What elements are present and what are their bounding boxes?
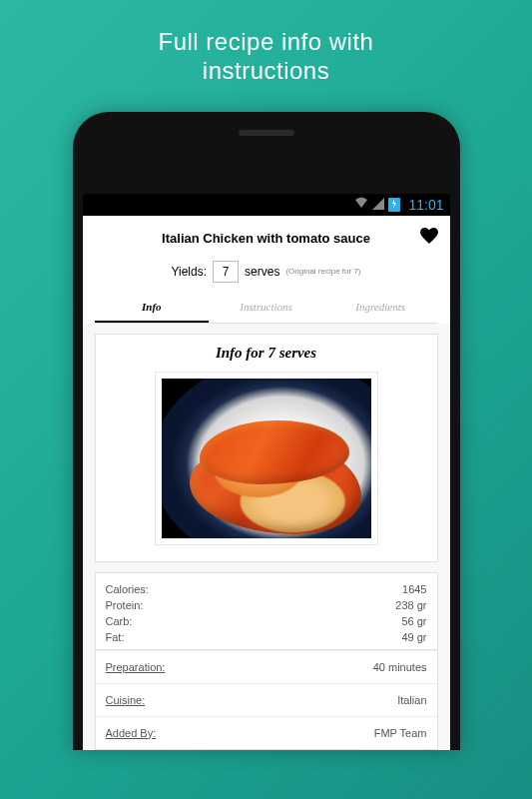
yields-note: (Original recipe for 7) bbox=[285, 267, 360, 276]
tab-instructions[interactable]: Instructions bbox=[209, 293, 323, 323]
nutrition-row-fat: Fat: 49 gr bbox=[106, 629, 427, 645]
yields-input[interactable] bbox=[213, 261, 239, 283]
preparation-value: 40 minutes bbox=[373, 661, 427, 673]
nutrition-row-protein: Protein: 238 gr bbox=[106, 597, 427, 613]
yields-suffix: serves bbox=[245, 265, 279, 279]
carb-label: Carb: bbox=[106, 615, 133, 627]
preparation-label: Preparation: bbox=[106, 661, 166, 673]
fat-value: 49 gr bbox=[401, 631, 426, 643]
info-heading: Info for 7 serves bbox=[106, 345, 427, 362]
info-card: Info for 7 serves bbox=[95, 334, 438, 562]
protein-label: Protein: bbox=[106, 599, 144, 611]
phone-earpiece bbox=[239, 130, 294, 136]
battery-icon bbox=[388, 198, 400, 212]
added-by-label: Added By: bbox=[106, 727, 157, 739]
meta-row-added-by: Added By: FMP Team bbox=[96, 716, 437, 749]
calories-value: 1645 bbox=[402, 583, 426, 595]
recipe-title: Italian Chicken with tomato sauce bbox=[95, 231, 420, 246]
wifi-icon bbox=[354, 197, 368, 212]
carb-value: 56 gr bbox=[401, 615, 426, 627]
meta-section: Preparation: 40 minutes Cuisine: Italian… bbox=[95, 650, 438, 750]
yields-row: Yields: serves (Original recipe for 7) bbox=[95, 257, 438, 293]
signal-icon bbox=[372, 198, 384, 212]
status-clock: 11:01 bbox=[408, 197, 443, 213]
phone-frame: 11:01 Italian Chicken with tomato sauce … bbox=[73, 112, 460, 750]
calories-label: Calories: bbox=[106, 583, 149, 595]
app-screen: Italian Chicken with tomato sauce Yields… bbox=[83, 216, 450, 750]
nutrition-section: Calories: 1645 Protein: 238 gr Carb: 56 … bbox=[95, 572, 438, 650]
fat-label: Fat: bbox=[106, 631, 125, 643]
tab-content: Info for 7 serves Calories: 1645 P bbox=[83, 324, 450, 750]
recipe-image bbox=[155, 372, 378, 545]
cuisine-value: Italian bbox=[397, 694, 426, 706]
cuisine-label: Cuisine: bbox=[106, 694, 146, 706]
tab-info[interactable]: Info bbox=[95, 293, 210, 323]
protein-value: 238 gr bbox=[395, 599, 426, 611]
tab-ingredients[interactable]: Ingredients bbox=[323, 293, 438, 323]
meta-row-preparation: Preparation: 40 minutes bbox=[96, 650, 437, 683]
status-bar: 11:01 bbox=[83, 194, 450, 216]
added-by-value: FMP Team bbox=[374, 727, 427, 739]
meta-row-cuisine: Cuisine: Italian bbox=[96, 683, 437, 716]
promo-heading: Full recipe info with instructions bbox=[159, 28, 374, 86]
nutrition-row-calories: Calories: 1645 bbox=[106, 581, 427, 597]
favorite-button[interactable] bbox=[420, 228, 438, 249]
tabs: Info Instructions Ingredients bbox=[95, 293, 438, 324]
nutrition-row-carb: Carb: 56 gr bbox=[106, 613, 427, 629]
yields-label: Yields: bbox=[171, 265, 207, 279]
